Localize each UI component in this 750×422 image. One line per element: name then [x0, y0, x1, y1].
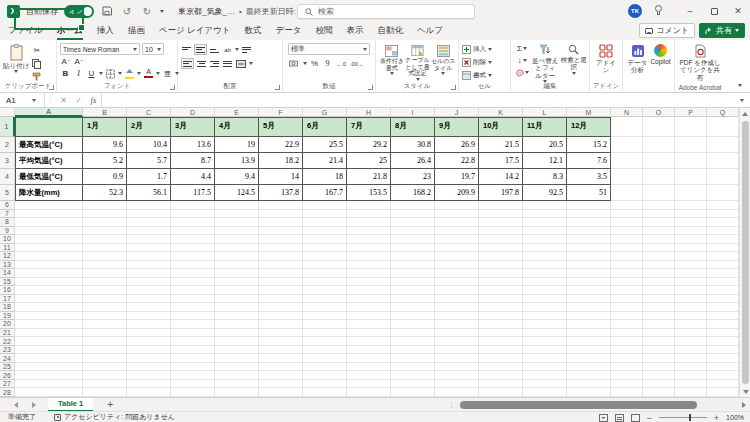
- cell-H18[interactable]: [347, 303, 391, 312]
- cell-G23[interactable]: [303, 346, 347, 355]
- cell-Q18[interactable]: [707, 303, 739, 312]
- page-layout-view-icon[interactable]: [615, 414, 624, 422]
- cell-N22[interactable]: [611, 337, 643, 346]
- cell-F14[interactable]: [259, 269, 303, 278]
- cell-M26[interactable]: [567, 371, 611, 380]
- cell-N17[interactable]: [611, 295, 643, 304]
- cell-L1[interactable]: 11月: [523, 117, 567, 137]
- cell-L6[interactable]: [523, 201, 567, 210]
- cell-O12[interactable]: [643, 252, 675, 261]
- cell-K22[interactable]: [479, 337, 523, 346]
- cell-E7[interactable]: [215, 210, 259, 219]
- cell-E15[interactable]: [215, 278, 259, 287]
- cell-C21[interactable]: [127, 329, 171, 338]
- cell-G4[interactable]: 18: [303, 169, 347, 185]
- cell-N6[interactable]: [611, 201, 643, 210]
- select-all-corner[interactable]: [0, 108, 15, 117]
- cell-G6[interactable]: [303, 201, 347, 210]
- cell-K2[interactable]: 21.5: [479, 137, 523, 153]
- cell-A25[interactable]: [15, 363, 83, 372]
- cell-Q15[interactable]: [707, 278, 739, 287]
- row-header-28[interactable]: 28: [0, 388, 15, 397]
- cell-E10[interactable]: [215, 235, 259, 244]
- cell-C10[interactable]: [127, 235, 171, 244]
- cell-I20[interactable]: [391, 320, 435, 329]
- column-header-A[interactable]: A: [15, 108, 83, 117]
- cell-D19[interactable]: [171, 312, 215, 321]
- cell-D10[interactable]: [171, 235, 215, 244]
- enter-formula-icon[interactable]: ✓: [71, 96, 86, 105]
- cell-J9[interactable]: [435, 227, 479, 236]
- decrease-indent-icon[interactable]: [222, 58, 233, 69]
- cell-N14[interactable]: [611, 269, 643, 278]
- cell-M22[interactable]: [567, 337, 611, 346]
- cell-I26[interactable]: [391, 371, 435, 380]
- cell-O20[interactable]: [643, 320, 675, 329]
- cell-N25[interactable]: [611, 363, 643, 372]
- column-header-I[interactable]: I: [391, 108, 435, 117]
- search-input[interactable]: 検索: [297, 4, 475, 19]
- cell-A6[interactable]: [15, 201, 83, 210]
- cell-Q21[interactable]: [707, 329, 739, 338]
- cell-N18[interactable]: [611, 303, 643, 312]
- cell-D26[interactable]: [171, 371, 215, 380]
- cell-K4[interactable]: 14.2: [479, 169, 523, 185]
- cell-L7[interactable]: [523, 210, 567, 219]
- cell-I25[interactable]: [391, 363, 435, 372]
- ribbon-tab-校閲[interactable]: 校閲: [315, 22, 332, 40]
- cell-K8[interactable]: [479, 218, 523, 227]
- cell-J25[interactable]: [435, 363, 479, 372]
- cell-E27[interactable]: [215, 380, 259, 389]
- cell-E25[interactable]: [215, 363, 259, 372]
- cell-J10[interactable]: [435, 235, 479, 244]
- cell-M23[interactable]: [567, 346, 611, 355]
- ribbon-tab-描画[interactable]: 描画: [128, 22, 145, 40]
- cell-A19[interactable]: [15, 312, 83, 321]
- cell-G3[interactable]: 21.4: [303, 153, 347, 169]
- cell-C15[interactable]: [127, 278, 171, 287]
- column-header-N[interactable]: N: [611, 108, 643, 117]
- cell-A8[interactable]: [15, 218, 83, 227]
- cell-M10[interactable]: [567, 235, 611, 244]
- cell-L28[interactable]: [523, 388, 567, 397]
- cell-I8[interactable]: [391, 218, 435, 227]
- cell-D9[interactable]: [171, 227, 215, 236]
- cell-D1[interactable]: 3月: [171, 117, 215, 137]
- cell-K19[interactable]: [479, 312, 523, 321]
- cell-D16[interactable]: [171, 286, 215, 295]
- cell-Q26[interactable]: [707, 371, 739, 380]
- horizontal-scrollbar[interactable]: [456, 401, 736, 409]
- cell-D17[interactable]: [171, 295, 215, 304]
- cell-C24[interactable]: [127, 354, 171, 363]
- font-name-select[interactable]: Times New Roman: [60, 43, 140, 55]
- name-box[interactable]: A1: [0, 93, 44, 107]
- cell-A9[interactable]: [15, 227, 83, 236]
- cell-P10[interactable]: [675, 235, 707, 244]
- cell-E3[interactable]: 13.9: [215, 153, 259, 169]
- cell-Q27[interactable]: [707, 380, 739, 389]
- close-button[interactable]: ✕: [726, 0, 750, 22]
- cell-P22[interactable]: [675, 337, 707, 346]
- cell-C3[interactable]: 5.7: [127, 153, 171, 169]
- minimize-button[interactable]: –: [678, 0, 702, 22]
- cell-M1[interactable]: 12月: [567, 117, 611, 137]
- cell-N20[interactable]: [611, 320, 643, 329]
- add-sheet-icon[interactable]: +: [107, 400, 113, 410]
- font-color-dropdown-icon[interactable]: [156, 72, 160, 75]
- cell-I24[interactable]: [391, 354, 435, 363]
- cell-L26[interactable]: [523, 371, 567, 380]
- cell-I21[interactable]: [391, 329, 435, 338]
- cell-A13[interactable]: [15, 261, 83, 270]
- cell-B14[interactable]: [83, 269, 127, 278]
- zoom-in-icon[interactable]: +: [714, 413, 719, 422]
- cell-K27[interactable]: [479, 380, 523, 389]
- format-as-table-button[interactable]: テーブルとして書式設定: [405, 43, 431, 81]
- cell-F22[interactable]: [259, 337, 303, 346]
- column-header-O[interactable]: O: [643, 108, 675, 117]
- cell-G2[interactable]: 25.5: [303, 137, 347, 153]
- cell-I9[interactable]: [391, 227, 435, 236]
- cell-E26[interactable]: [215, 371, 259, 380]
- cell-A18[interactable]: [15, 303, 83, 312]
- sheet-tab-table1[interactable]: Table 1: [48, 398, 93, 412]
- cell-E6[interactable]: [215, 201, 259, 210]
